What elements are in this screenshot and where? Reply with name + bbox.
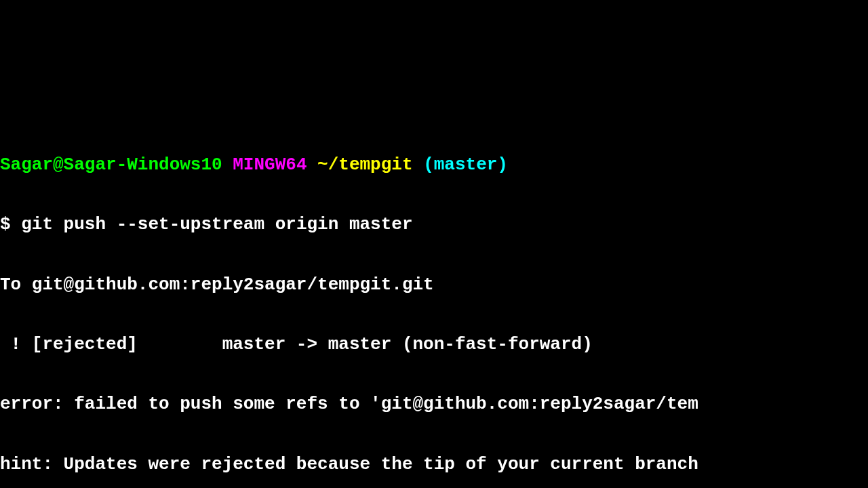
output-rejected: ! [rejected] master -> master (non-fast-… (0, 329, 868, 359)
output-to: To git@github.com:reply2sagar/tempgit.gi… (0, 270, 868, 300)
mingw-label: MINGW64 (233, 155, 307, 175)
command-line-1: $ git push --set-upstream origin master (0, 209, 868, 239)
branch: (master) (423, 155, 508, 175)
terminal-output[interactable]: Sagar@Sagar-Windows10 MINGW64 ~/tempgit … (0, 120, 868, 488)
path: ~/tempgit (317, 155, 412, 175)
user-host: Sagar@Sagar-Windows10 (0, 155, 222, 175)
prompt-line-1: Sagar@Sagar-Windows10 MINGW64 ~/tempgit … (0, 150, 868, 180)
output-error: error: failed to push some refs to 'git@… (0, 389, 868, 419)
output-hint1: hint: Updates were rejected because the … (0, 449, 868, 479)
